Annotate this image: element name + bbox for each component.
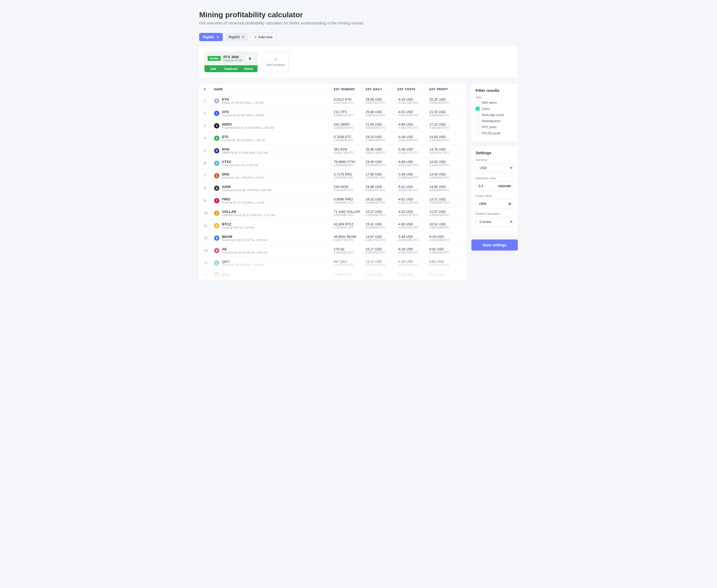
coin-symbol: ETH	[222, 98, 264, 101]
coin-symbol: CFX	[222, 110, 264, 114]
coin-symbol: VOLLAR	[222, 210, 275, 214]
table-row[interactable]: 13AAECuckooCycle @ 100.96 H/s, 2.608 kW1…	[199, 244, 466, 257]
checkbox-icon	[476, 113, 479, 117]
coin-algo: Cortex @ 0.864 H/s, 2.032 kW	[222, 164, 258, 167]
page-subtitle: Get overview of minerstat profitability …	[199, 21, 518, 25]
table-row[interactable]: 8AAIONEquihash(210,9) @ 3.658 KH/s, 2.08…	[199, 182, 466, 194]
rig-tab[interactable]: Rig002✕	[225, 33, 249, 41]
table-row[interactable]: 6CCTXCCortex @ 0.864 H/s, 2.032 kW79.888…	[199, 157, 466, 169]
row-index: 11	[204, 224, 214, 228]
coin-algo: Ethash @ 783.024 MH/s, 1.792 kW	[222, 101, 264, 104]
col-daily[interactable]: EST. DAILY	[366, 88, 397, 91]
checkbox-icon	[476, 125, 479, 129]
table-row[interactable]: 5RRVNKAWPOW @ 371.584 MH/s, 2.232 kW381 …	[199, 144, 466, 157]
edit-button[interactable]: Edit	[204, 65, 222, 72]
coin-algo: Autolykos2 @ 1.748 GH/s, 1.44 kW	[222, 176, 264, 179]
coin-algo: CuckooCycle @ 100.96 H/s, 2.608 kW	[222, 251, 267, 254]
row-index: 4	[204, 136, 214, 140]
add-hardware-button[interactable]: + Add hardware	[262, 51, 289, 72]
table-row[interactable]: 9FFIROFiroPoW @ 337.120 MH/s, 1.92 kW5.9…	[199, 194, 466, 207]
table-row[interactable]: 3SSEROProgPowSERO @ 322.639 MH/s, 1.952 …	[199, 120, 466, 132]
row-index: 2	[204, 111, 214, 115]
row-index: 6	[204, 162, 214, 165]
coin-symbol: BEAM	[222, 235, 267, 239]
filter-option[interactable]: Marketplaces	[476, 119, 514, 123]
table-row[interactable]: 14QQKCEthash @ 783.024 MH/s, 1.792 kW847…	[199, 257, 466, 269]
row-index: 15	[204, 273, 214, 277]
save-settings-button[interactable]: Save settings	[471, 239, 518, 251]
gpu-count-input[interactable]	[245, 55, 254, 62]
filter-option[interactable]: PPS pools	[476, 125, 514, 129]
coin-icon: B	[214, 272, 219, 277]
electricity-unit: USD/kWh	[496, 185, 514, 188]
table-row[interactable]: 7EERGAutolykos2 @ 1.748 GH/s, 1.44 kW5.7…	[199, 169, 466, 182]
filter-option[interactable]: PPLNS pools	[476, 131, 514, 135]
close-icon[interactable]: ✕	[217, 35, 219, 39]
gpu-name: RTX 3080	[223, 55, 243, 59]
page-title: Mining profitability calculator	[199, 10, 518, 19]
coin-symbol: AION	[222, 185, 271, 189]
coin-symbol: FIRO	[222, 197, 264, 201]
checkbox-icon	[476, 131, 479, 135]
col-index: #	[204, 88, 214, 91]
duplicate-button[interactable]: Duplicate	[222, 65, 240, 72]
coin-icon: E	[214, 173, 219, 178]
row-index: 7	[204, 174, 214, 177]
delete-button[interactable]: Delete	[240, 65, 258, 72]
rig-tab[interactable]: Rig001✕	[199, 33, 223, 41]
power-input[interactable]	[476, 200, 507, 208]
coin-symbol: RVN	[222, 147, 268, 151]
row-index: 9	[204, 199, 214, 203]
coin-symbol: AE	[222, 247, 267, 251]
row-index: 14	[204, 261, 214, 265]
table-row[interactable]: 1EETHEthash @ 783.024 MH/s, 1.792 kW0.01…	[199, 94, 466, 107]
table-row[interactable]: 12BBEAMBeamHashIII @ 339.84 H/s, 2.288 k…	[199, 232, 466, 244]
coin-symbol: ETC	[222, 135, 265, 139]
coin-icon: F	[214, 198, 219, 203]
checkbox-icon	[476, 119, 479, 123]
coin-algo: Equihash+Scrypt @ 371.204 KH/s, 1.752 kW	[222, 214, 275, 217]
col-costs[interactable]: EST. COSTS	[397, 88, 429, 91]
plus-icon: +	[254, 35, 257, 39]
coin-algo: Octopus @ 628.960 MH/s, 1.88 kW	[222, 114, 264, 117]
coin-icon: E	[214, 98, 219, 104]
filter-option[interactable]: With alerts	[476, 101, 514, 105]
coin-algo: BeamHashIII @ 339.84 H/s, 2.288 kW	[222, 239, 267, 241]
currency-select[interactable]: USD	[476, 163, 514, 173]
checkbox-icon: ✓	[476, 107, 479, 111]
filter-option[interactable]: Multi-algo pools	[476, 113, 514, 117]
coin-algo: Etchash @ 783.024 MH/s, 1.792 kW	[222, 139, 265, 142]
checkbox-icon	[476, 101, 479, 105]
row-index: 3	[204, 124, 214, 128]
coin-icon: B	[214, 235, 219, 241]
coin-icon: R	[214, 148, 219, 153]
coin-algo: ProgPowSERO @ 322.639 MH/s, 1.952 kW	[222, 126, 274, 129]
row-index: 5	[204, 149, 214, 153]
coin-icon: Q	[214, 260, 219, 266]
plus-icon: +	[274, 57, 277, 62]
col-reward[interactable]: EST. REWARD	[334, 88, 366, 91]
reward-select[interactable]: Current	[476, 217, 514, 227]
power-unit: W	[507, 202, 513, 206]
row-index: 8	[204, 186, 214, 190]
coin-icon: E	[214, 135, 219, 141]
coin-icon: A	[214, 186, 219, 191]
filter-option[interactable]: ✓Coins	[476, 107, 514, 111]
table-row[interactable]: 15BBTG0.4550 BTG13.63 USD-4.90 USD8.72 U…	[199, 269, 466, 280]
table-row[interactable]: 4EETCEtchash @ 783.024 MH/s, 1.792 kW0.7…	[199, 132, 466, 144]
col-profit[interactable]: EST. PROFIT	[429, 88, 461, 91]
close-icon[interactable]: ✕	[242, 35, 245, 39]
table-row[interactable]: 2CCFXOctopus @ 628.960 MH/s, 1.88 kW211 …	[199, 107, 466, 120]
electricity-input[interactable]	[476, 182, 496, 190]
coin-icon: A	[214, 248, 219, 253]
coin-icon: V	[214, 211, 219, 216]
col-name[interactable]: NAME	[214, 88, 334, 91]
add-rig-button[interactable]: + Add new	[250, 33, 276, 41]
coin-algo: Ethash @ 783.024 MH/s, 1.792 kW	[222, 264, 264, 267]
table-row[interactable]: 10VVOLLAREquihash+Scrypt @ 371.204 KH/s,…	[199, 207, 466, 219]
coin-algo: Zhash @ 920 H/s, 2.04 kW	[222, 226, 254, 229]
table-row[interactable]: 11BBTCZZhash @ 920 H/s, 2.04 kW41,809 BT…	[199, 219, 466, 232]
coin-symbol: QKC	[222, 260, 264, 264]
row-index: 10	[204, 211, 214, 215]
coin-symbol: BTG	[222, 273, 229, 277]
